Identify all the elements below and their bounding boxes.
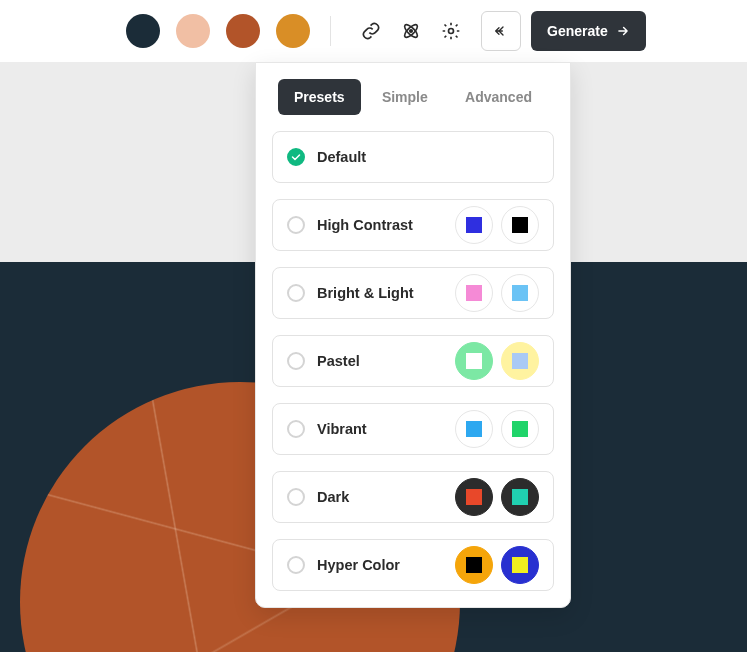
back-button[interactable] <box>481 11 521 51</box>
radio-unchecked <box>287 216 305 234</box>
color-chip <box>455 410 493 448</box>
link-icon[interactable] <box>351 11 391 51</box>
color-chip <box>455 342 493 380</box>
color-chip-inner <box>512 285 528 301</box>
radio-unchecked <box>287 420 305 438</box>
preset-label: Dark <box>317 489 455 505</box>
preset-list: DefaultHigh ContrastBright & LightPastel… <box>272 131 554 591</box>
palette-swatches <box>126 14 310 48</box>
preset-chips <box>455 206 539 244</box>
preset-pastel[interactable]: Pastel <box>272 335 554 387</box>
preset-chips <box>455 274 539 312</box>
radio-unchecked <box>287 556 305 574</box>
atom-icon[interactable] <box>391 11 431 51</box>
color-chip <box>501 478 539 516</box>
color-chip <box>455 274 493 312</box>
preset-label: Pastel <box>317 353 455 369</box>
color-chip-inner <box>466 353 482 369</box>
svg-point-3 <box>449 29 454 34</box>
preset-default[interactable]: Default <box>272 131 554 183</box>
preset-label: Vibrant <box>317 421 455 437</box>
preset-label: Bright & Light <box>317 285 455 301</box>
color-chip <box>455 546 493 584</box>
radio-unchecked <box>287 352 305 370</box>
palette-swatch-3[interactable] <box>276 14 310 48</box>
color-chip-inner <box>512 217 528 233</box>
color-chip-inner <box>512 421 528 437</box>
preset-chips <box>455 342 539 380</box>
color-chip <box>455 206 493 244</box>
svg-point-0 <box>410 30 413 33</box>
palette-swatch-0[interactable] <box>126 14 160 48</box>
preset-bright-light[interactable]: Bright & Light <box>272 267 554 319</box>
color-chip-inner <box>512 557 528 573</box>
color-chip-inner <box>466 285 482 301</box>
color-chip <box>501 410 539 448</box>
preset-label: Default <box>317 149 539 165</box>
gear-icon[interactable] <box>431 11 471 51</box>
radio-unchecked <box>287 284 305 302</box>
color-chip-inner <box>512 489 528 505</box>
dropdown-tabs: PresetsSimpleAdvanced <box>272 79 554 115</box>
check-icon <box>287 148 305 166</box>
tab-simple[interactable]: Simple <box>366 79 444 115</box>
preset-hyper-color[interactable]: Hyper Color <box>272 539 554 591</box>
settings-dropdown: PresetsSimpleAdvanced DefaultHigh Contra… <box>255 62 571 608</box>
color-chip <box>455 478 493 516</box>
generate-label: Generate <box>547 23 608 39</box>
color-chip-inner <box>466 421 482 437</box>
preset-chips <box>455 478 539 516</box>
preset-chips <box>455 410 539 448</box>
color-chip-inner <box>466 557 482 573</box>
palette-swatch-1[interactable] <box>176 14 210 48</box>
divider <box>330 16 331 46</box>
radio-unchecked <box>287 488 305 506</box>
arrow-right-icon <box>616 24 630 38</box>
color-chip-inner <box>512 353 528 369</box>
color-chip-inner <box>466 217 482 233</box>
preset-high-contrast[interactable]: High Contrast <box>272 199 554 251</box>
color-chip <box>501 546 539 584</box>
color-chip <box>501 206 539 244</box>
preset-chips <box>455 546 539 584</box>
color-chip <box>501 274 539 312</box>
color-chip <box>501 342 539 380</box>
tab-presets[interactable]: Presets <box>278 79 361 115</box>
toolbar: Generate <box>0 0 747 62</box>
color-chip-inner <box>466 489 482 505</box>
tab-advanced[interactable]: Advanced <box>449 79 548 115</box>
generate-button[interactable]: Generate <box>531 11 646 51</box>
palette-swatch-2[interactable] <box>226 14 260 48</box>
preset-label: Hyper Color <box>317 557 455 573</box>
preset-label: High Contrast <box>317 217 455 233</box>
preset-dark[interactable]: Dark <box>272 471 554 523</box>
preset-vibrant[interactable]: Vibrant <box>272 403 554 455</box>
